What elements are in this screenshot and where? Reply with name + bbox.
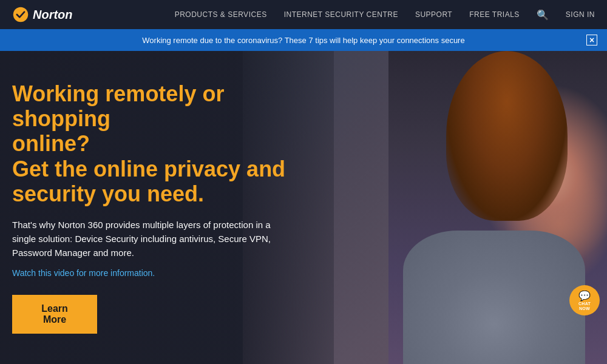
hero-section: Working remotely or shoppingonline?Get t… [0, 51, 607, 364]
nav-products-services[interactable]: PRODUCTS & SERVICES [175, 10, 267, 19]
chat-icon: 💬 [578, 290, 591, 302]
nav-internet-security[interactable]: INTERNET SECURITY CENTRE [284, 10, 398, 19]
hero-subtext: That's why Norton 360 provides multiple … [12, 218, 291, 260]
hero-person-image [388, 51, 607, 364]
hero-video-link[interactable]: Watch this video for more information. [12, 268, 316, 278]
nav-support[interactable]: SUPPORT [415, 10, 452, 19]
norton-logo[interactable]: Norton [12, 6, 73, 23]
nav-free-trials[interactable]: FREE TRIALS [469, 10, 520, 19]
hero-headline: Working remotely or shoppingonline?Get t… [12, 81, 316, 207]
alert-close-button[interactable]: × [586, 35, 597, 46]
hero-content: Working remotely or shoppingonline?Get t… [0, 51, 334, 364]
navbar: Norton PRODUCTS & SERVICES INTERNET SECU… [0, 0, 607, 29]
alert-text: Working remote due to the coronavirus? T… [142, 36, 464, 45]
svg-point-0 [13, 7, 29, 22]
learn-more-button[interactable]: Learn More [12, 295, 97, 334]
norton-logo-icon [12, 6, 29, 23]
chat-label: CHATNOW [578, 302, 591, 311]
chat-widget[interactable]: 💬 CHATNOW [569, 285, 600, 315]
signin-link[interactable]: SIGN IN [566, 10, 595, 19]
norton-wordmark: Norton [33, 8, 73, 22]
nav-links: PRODUCTS & SERVICES INTERNET SECURITY CE… [175, 9, 595, 21]
alert-banner: Working remote due to the coronavirus? T… [0, 29, 607, 51]
search-icon[interactable]: 🔍 [537, 9, 549, 21]
